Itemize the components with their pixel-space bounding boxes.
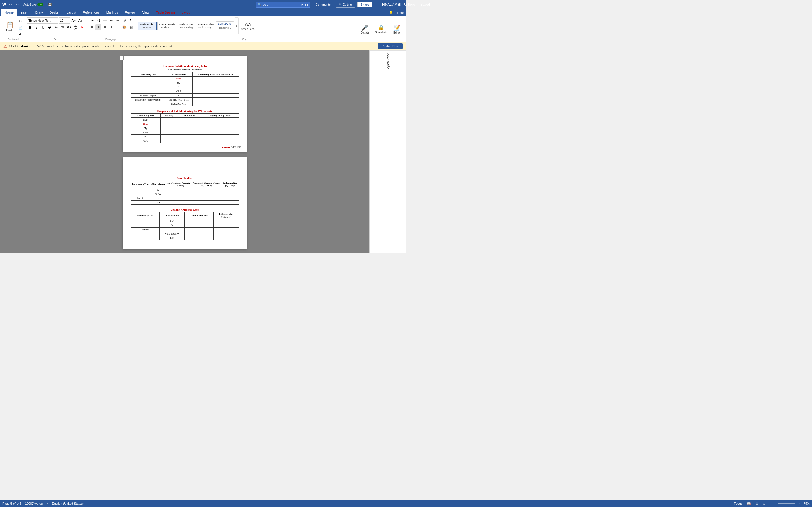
style-no-spacing[interactable]: AaBbCcDdEe No Spacing — [177, 22, 196, 31]
table-row: Vit D 25OH** — [131, 232, 239, 236]
styles-pane: Styles Pane — [369, 50, 406, 253]
justify-button[interactable]: ≡ — [108, 24, 114, 31]
save-button[interactable]: 💾 — [47, 2, 53, 7]
table2-title: Frequency of Lab Monitoring for PN Patie… — [131, 110, 239, 113]
search-prev[interactable]: ‹ — [305, 3, 306, 7]
style-tablepara-preview: AaBbCcDdEe — [198, 23, 214, 26]
text-highlight-button[interactable]: ab🖊 — [72, 24, 79, 31]
tab-design[interactable]: Design — [46, 9, 63, 16]
style-body-text[interactable]: AaBbCcDdBb Body Text — [157, 22, 176, 31]
crp-cell: CRP — [165, 89, 193, 94]
style-heading1[interactable]: AaBbCcDc Heading 1 — [216, 21, 234, 31]
restart-now-button[interactable]: Restart Now — [377, 43, 403, 49]
redo-button[interactable]: ↪ — [15, 2, 20, 7]
table-row: TG — [131, 85, 239, 89]
format-painter-button[interactable]: 🖌 — [17, 31, 23, 37]
editing-icon: ✎ — [339, 3, 342, 6]
retinol-cell: Retinol — [131, 228, 160, 232]
tab-view[interactable]: View — [139, 9, 153, 16]
tab-table-layout[interactable]: Layout — [178, 9, 195, 16]
shading-button[interactable]: 🎨 — [121, 24, 128, 31]
align-left-button[interactable]: ≡ — [89, 24, 95, 31]
clear-format-button[interactable]: ✗A — [66, 24, 72, 31]
undo-button[interactable]: ↩ — [8, 2, 13, 7]
underline-button[interactable]: U — [40, 24, 46, 31]
style-normal-label: Normal — [143, 26, 151, 29]
decrease-indent-button[interactable]: ⇐ — [108, 17, 114, 24]
dictate-button[interactable]: 🎤 Dictate — [359, 23, 371, 35]
line-spacing-button[interactable]: ↕ — [115, 24, 121, 31]
increase-indent-button[interactable]: ⇒ — [115, 17, 121, 24]
align-center-button[interactable]: ≡ — [95, 24, 101, 31]
cut-button[interactable]: ✂ — [17, 18, 23, 24]
borders-button[interactable]: ▦ — [128, 24, 134, 31]
superscript-button[interactable]: X² — [59, 24, 66, 31]
table-row: HgbA1C / A1C — [131, 102, 239, 106]
font-shrink-button[interactable]: A↓ — [77, 17, 84, 24]
tibc-cell: TIBC — [150, 201, 166, 205]
tab-mailings[interactable]: Mailings — [103, 9, 121, 16]
tab-review[interactable]: Review — [121, 9, 139, 16]
show-hide-button[interactable]: ¶ — [128, 17, 134, 24]
numbering-button[interactable]: ≡1 — [95, 17, 101, 24]
search-input[interactable] — [263, 3, 299, 6]
font-name-input[interactable] — [27, 17, 58, 24]
tab-draw[interactable]: Draw — [32, 9, 46, 16]
more-button[interactable]: ⋯ — [55, 2, 61, 7]
search-next[interactable]: › — [307, 3, 308, 7]
editor-icon: 📝 — [393, 24, 400, 31]
table-row: Retinol - — [131, 228, 239, 232]
subscript-button[interactable]: X₂ — [53, 24, 59, 31]
styles-pane-button[interactable]: Aa Styles Pane — [239, 17, 257, 34]
tab-references[interactable]: References — [80, 9, 103, 16]
ribbon: Home Insert Draw Design Layout Reference… — [0, 9, 406, 42]
align-right-button[interactable]: ≡ — [102, 24, 108, 31]
clipboard-buttons: 📋 Paste ✂ 📄 🖌 — [3, 17, 23, 37]
search-bar[interactable]: 🔍 ✕ ‹ › — [256, 2, 310, 8]
font-group: A↑ A↓ B I U S X₂ X² ✗A ab🖊 A̲ Font — [26, 17, 87, 41]
th-used-for: Used to Test For — [185, 212, 214, 219]
multilevel-button[interactable]: ≡≡ — [102, 17, 108, 24]
bmp-cell: BMP — [131, 118, 161, 122]
autosave-toggle[interactable]: AutoSave ON — [22, 2, 45, 7]
mg-cell: Mg — [165, 81, 193, 85]
copy-button[interactable]: 📄 — [17, 24, 23, 31]
paste-icon: 📋 — [6, 21, 14, 29]
font-size-input[interactable] — [59, 17, 70, 24]
notification-title: Update Available — [9, 45, 35, 48]
style-nospace-label: No Spacing — [180, 26, 193, 29]
bullets-button[interactable]: ≡• — [89, 17, 95, 24]
add-table-button[interactable]: + — [120, 56, 124, 60]
editor-button[interactable]: 📝 Editor — [391, 23, 403, 35]
sort-button[interactable]: ↕A — [121, 17, 128, 24]
font-color-button[interactable]: A̲ — [79, 24, 85, 31]
sensitivity-icon: 🔒 — [378, 24, 384, 31]
paste-button[interactable]: 📋 Paste — [3, 18, 17, 35]
editing-button[interactable]: ✎ Editing — [336, 2, 355, 8]
table-row: LFTs — [131, 130, 239, 135]
strikethrough-button[interactable]: S — [47, 24, 53, 31]
styles-pane-header: Styles Pane — [370, 50, 406, 73]
italic-button[interactable]: I — [34, 24, 40, 31]
sensitivity-button[interactable]: 🔒 Sensitivity — [373, 23, 390, 35]
bold-button[interactable]: B — [27, 24, 33, 31]
style-normal[interactable]: AaBbCcDdBb Normal — [138, 22, 157, 31]
styles-pane-icon: Aa — [245, 22, 251, 27]
th-inflammation2: Inflammation(↑, ↓, or ø) — [213, 212, 239, 219]
share-button[interactable]: Share — [357, 2, 372, 7]
style-table-para[interactable]: AaBbCcDdEe Table Parag... — [197, 22, 216, 31]
minimize-button[interactable]: ─ — [374, 0, 383, 9]
tell-me-button[interactable]: 💡 Tell me — [389, 11, 404, 15]
comments-button[interactable]: Comments — [313, 2, 334, 7]
tab-layout[interactable]: Layout — [63, 9, 80, 16]
font-grow-button[interactable]: A↑ — [70, 17, 77, 24]
table1-title: Common Nutrition Monitoring Labs — [131, 64, 239, 68]
styles-expand-button[interactable]: ▼ — [235, 17, 239, 34]
search-clear[interactable]: ✕ — [301, 3, 304, 7]
tab-home[interactable]: Home — [1, 9, 17, 16]
tab-insert[interactable]: Insert — [17, 9, 32, 16]
page-footer-1: ●●●●●● DIET 4630 — [222, 146, 241, 149]
lfts-cell: LFTs — [131, 130, 161, 135]
tab-table-design[interactable]: Table Design — [153, 9, 178, 16]
phos2-cell: Phos. — [131, 122, 161, 126]
